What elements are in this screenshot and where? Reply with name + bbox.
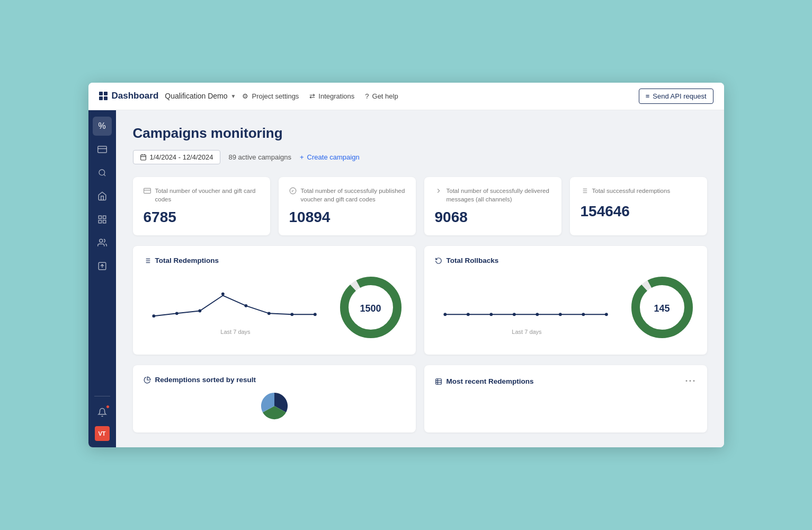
main-content: Campaigns monitoring 1/4/2024 - 12/4/202… xyxy=(116,110,724,447)
topbar-left: Dashboard Qualification Demo ▼ ⚙ Project… xyxy=(99,91,630,101)
project-selector[interactable]: Qualification Demo ▼ xyxy=(165,92,236,100)
svg-point-45 xyxy=(558,313,561,316)
published-stat-icon xyxy=(289,187,297,198)
line-chart-svg-1 xyxy=(435,282,619,324)
svg-point-44 xyxy=(536,313,539,316)
stat-label-1: Total number of successfully published v… xyxy=(289,187,405,204)
svg-line-3 xyxy=(104,174,105,176)
svg-point-31 xyxy=(175,312,178,315)
pie-preview-svg xyxy=(253,390,296,422)
bell-icon xyxy=(97,408,107,417)
active-campaigns-count: 89 active campaigns xyxy=(229,153,292,161)
chevron-down-icon: ▼ xyxy=(231,93,236,99)
gear-icon: ⚙ xyxy=(242,92,248,100)
sidebar-item-voucher[interactable] xyxy=(93,140,112,159)
message-stat-icon xyxy=(435,187,442,198)
stat-card-0: Total number of voucher and gift card co… xyxy=(133,177,270,235)
svg-point-36 xyxy=(290,313,293,316)
svg-rect-4 xyxy=(99,216,101,218)
svg-point-2 xyxy=(99,170,105,175)
line-chart-area-1: Last 7 days xyxy=(435,282,619,335)
grid-icon xyxy=(97,215,107,224)
stat-value-3: 154646 xyxy=(581,203,697,220)
svg-point-30 xyxy=(152,314,155,317)
export-icon xyxy=(97,261,107,271)
table-icon xyxy=(435,378,442,385)
stats-grid: Total number of voucher and gift card co… xyxy=(133,177,707,235)
dashboard-title: Dashboard xyxy=(112,91,159,101)
voucher-stat-icon xyxy=(144,187,151,198)
create-campaign-button[interactable]: + Create campaign xyxy=(300,153,360,161)
sidebar-item-percent[interactable]: % xyxy=(93,117,112,136)
svg-point-42 xyxy=(489,313,493,316)
donut-value-0: 1500 xyxy=(360,303,381,314)
stat-label-0: Total number of voucher and gift card co… xyxy=(144,187,260,204)
topbar-nav: ⚙ Project settings ⇄ Integrations ? Get … xyxy=(242,92,398,100)
donut-value-1: 145 xyxy=(654,303,670,314)
svg-point-37 xyxy=(313,313,316,316)
rollback-icon xyxy=(435,257,442,264)
stat-value-0: 6785 xyxy=(144,209,260,226)
avatar[interactable]: VT xyxy=(95,426,110,441)
stat-card-2: Total number of successfully delivered m… xyxy=(424,177,561,235)
dashboard-logo: Dashboard xyxy=(99,91,159,101)
sidebar-item-home[interactable] xyxy=(93,187,112,206)
bottom-card-title-1: Most recent Redemptions ··· xyxy=(435,376,697,387)
bottom-card-title-0: Redemptions sorted by result xyxy=(144,376,405,384)
chart-inner-0: Last 7 days 1500 xyxy=(144,273,405,344)
bottom-grid: Redemptions sorted by result xyxy=(133,365,707,432)
chart-last-label-0: Last 7 days xyxy=(220,329,250,335)
send-api-button[interactable]: ≡ Send API request xyxy=(639,89,713,104)
list-icon xyxy=(144,257,151,264)
api-icon: ≡ xyxy=(646,92,650,100)
integrations-icon: ⇄ xyxy=(309,92,315,100)
svg-rect-6 xyxy=(99,220,101,223)
line-chart-area-0: Last 7 days xyxy=(144,282,328,335)
date-range-picker[interactable]: 1/4/2024 - 12/4/2024 xyxy=(133,150,220,164)
percent-icon: % xyxy=(98,121,105,131)
home-icon xyxy=(97,191,107,201)
line-chart-svg-0 xyxy=(144,282,328,324)
sidebar-item-customers[interactable] xyxy=(93,233,112,252)
svg-point-33 xyxy=(221,293,224,296)
donut-wrapper-1: 145 xyxy=(628,273,697,344)
svg-rect-0 xyxy=(97,146,106,153)
bottom-card-0: Redemptions sorted by result xyxy=(133,365,416,432)
search-icon xyxy=(98,169,106,177)
tag-icon xyxy=(97,145,107,154)
redemption-stat-icon xyxy=(581,187,588,198)
bottom-card-1: Most recent Redemptions ··· xyxy=(424,365,707,432)
sidebar-item-search[interactable] xyxy=(93,163,112,182)
svg-point-41 xyxy=(466,313,469,316)
svg-point-40 xyxy=(443,313,447,316)
pie-icon xyxy=(144,376,151,384)
chart-title-0: Total Redemptions xyxy=(144,257,405,264)
topbar-right: ≡ Send API request xyxy=(639,89,713,104)
chart-grid: Total Redemptions xyxy=(133,246,707,355)
chart-title-1: Total Rollbacks xyxy=(435,257,697,264)
chart-last-label-1: Last 7 days xyxy=(512,329,541,335)
sidebar-item-segments[interactable] xyxy=(93,210,112,229)
topbar: Dashboard Qualification Demo ▼ ⚙ Project… xyxy=(88,83,724,110)
svg-point-43 xyxy=(512,313,515,316)
get-help-link[interactable]: ? Get help xyxy=(365,92,398,100)
svg-rect-50 xyxy=(435,378,441,384)
logo-grid-icon xyxy=(99,92,108,100)
svg-rect-11 xyxy=(140,155,146,160)
project-name: Qualification Demo xyxy=(165,92,227,100)
stat-label-3: Total successful redemptions xyxy=(581,187,697,198)
main-layout: % xyxy=(88,110,724,447)
svg-point-34 xyxy=(244,304,247,307)
date-range-value: 1/4/2024 - 12/4/2024 xyxy=(150,153,213,161)
more-button[interactable]: ··· xyxy=(685,376,696,387)
chart-card-0: Total Redemptions xyxy=(133,246,416,355)
sidebar-item-exports[interactable] xyxy=(93,257,112,276)
project-settings-link[interactable]: ⚙ Project settings xyxy=(242,92,299,100)
stat-card-1: Total number of successfully published v… xyxy=(279,177,416,235)
sidebar-divider xyxy=(94,396,110,396)
svg-point-47 xyxy=(604,313,608,316)
integrations-link[interactable]: ⇄ Integrations xyxy=(309,92,354,100)
sidebar-item-notifications[interactable] xyxy=(93,403,112,422)
stat-value-1: 10894 xyxy=(289,209,405,226)
stat-label-2: Total number of successfully delivered m… xyxy=(435,187,551,204)
